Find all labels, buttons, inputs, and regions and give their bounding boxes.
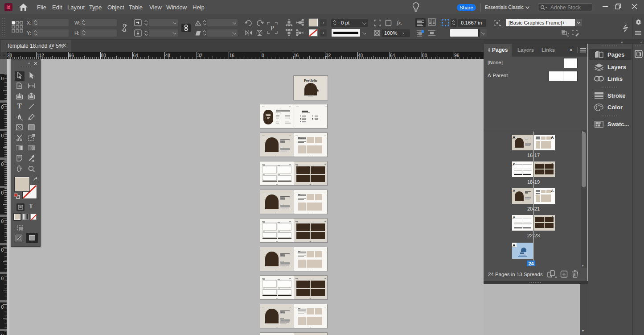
svg-text:P: P <box>271 25 274 32</box>
svg-text:Id: Id <box>7 5 11 10</box>
